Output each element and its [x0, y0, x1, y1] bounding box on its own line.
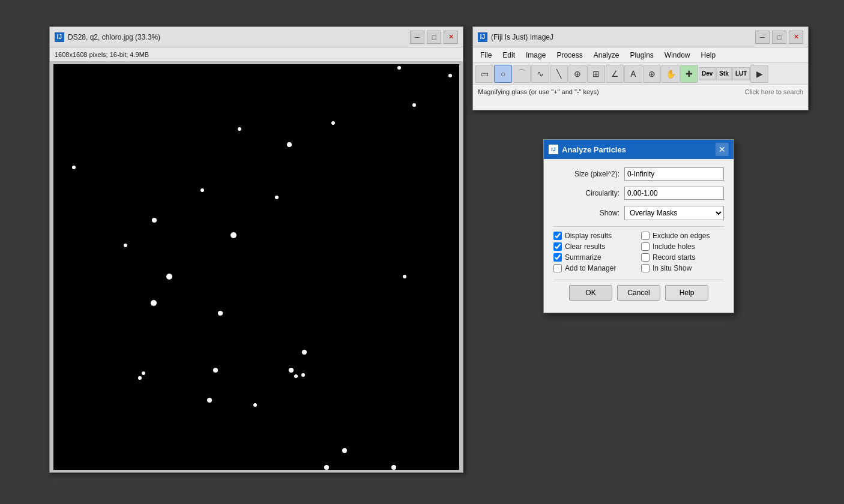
summarize-checkbox[interactable]	[553, 253, 562, 262]
particle-dot	[218, 311, 223, 316]
particle-dot	[253, 403, 257, 407]
particle-dot	[448, 74, 452, 77]
summarize-label: Summarize	[565, 253, 601, 262]
imagej-close-button[interactable]: ✕	[789, 31, 803, 44]
tool-zoom[interactable]: ⊕	[643, 65, 661, 83]
option-exclude-edges: Exclude on edges	[641, 232, 724, 240]
particle-dot	[151, 300, 157, 306]
image-close-button[interactable]: ✕	[444, 31, 458, 44]
particle-dot	[302, 350, 307, 355]
record-starts-checkbox[interactable]	[641, 253, 650, 262]
image-maximize-button[interactable]: □	[427, 31, 441, 44]
imagej-minimize-button[interactable]: ─	[755, 31, 770, 44]
particle-dot	[152, 218, 157, 223]
particle-dot	[72, 166, 76, 169]
option-in-situ-show: In situ Show	[641, 264, 724, 272]
show-field-row: Show: Overlay Masks Outlines Masks Nothi…	[553, 206, 724, 220]
tool-scroll[interactable]: ✋	[662, 65, 680, 83]
size-field-row: Size (pixel^2):	[553, 167, 724, 181]
record-starts-label: Record starts	[653, 253, 695, 262]
in-situ-show-label: In situ Show	[653, 264, 692, 272]
particle-dot	[287, 142, 292, 147]
tool-line[interactable]: ╲	[550, 65, 568, 83]
tool-polygon[interactable]: ⌒	[513, 65, 531, 83]
menu-image[interactable]: Image	[521, 50, 550, 61]
tool-rectangle[interactable]: ▭	[475, 65, 493, 83]
dialog-title: Analyze Particles	[562, 145, 712, 154]
option-add-to-manager: Add to Manager	[553, 264, 636, 272]
show-select[interactable]: Overlay Masks Outlines Masks Nothing	[624, 206, 724, 220]
imagej-toolbar: ▭ ○ ⌒ ∿ ╲ ⊕ ⊞ ∠ A ⊕ ✋ ✚ Dev Stk LUT ▶	[473, 63, 808, 85]
image-canvas[interactable]	[53, 64, 459, 470]
option-summarize: Summarize	[553, 253, 636, 262]
menu-help[interactable]: Help	[696, 50, 721, 61]
menu-file[interactable]: File	[475, 50, 496, 61]
particle-dot	[166, 274, 172, 280]
size-input[interactable]	[624, 167, 724, 181]
image-window-title: DS28, q2, chloro.jpg (33.3%)	[68, 33, 406, 41]
image-minimize-button[interactable]: ─	[410, 31, 424, 44]
particle-dot	[200, 188, 204, 192]
particle-dot	[213, 368, 218, 373]
tool-extra[interactable]: ▶	[750, 65, 768, 83]
particle-dot	[138, 376, 142, 380]
tool-lut[interactable]: LUT	[732, 67, 750, 80]
particle-dot	[142, 371, 145, 375]
image-window: IJ DS28, q2, chloro.jpg (33.3%) ─ □ ✕ 16…	[49, 26, 463, 473]
particle-dot	[397, 66, 401, 70]
particle-dot	[294, 374, 298, 378]
imagej-window-title: (Fiji Is Just) ImageJ	[491, 33, 752, 41]
image-window-controls: ─ □ ✕	[410, 31, 458, 44]
show-label: Show:	[553, 209, 619, 217]
tool-angle[interactable]: ∠	[606, 65, 624, 83]
clear-results-checkbox[interactable]	[553, 242, 562, 251]
particle-dot	[342, 448, 347, 453]
in-situ-show-checkbox[interactable]	[641, 264, 650, 272]
imagej-maximize-button[interactable]: □	[772, 31, 786, 44]
add-to-manager-label: Add to Manager	[565, 264, 616, 272]
imagej-statusbar: Magnifying glass (or use "+" and "-" key…	[473, 85, 808, 99]
circularity-input[interactable]	[624, 187, 724, 200]
menu-plugins[interactable]: Plugins	[625, 50, 658, 61]
particle-dot	[289, 368, 294, 373]
dialog-buttons: OK Cancel Help	[553, 283, 724, 307]
help-button[interactable]: Help	[665, 285, 708, 301]
option-include-holes: Include holes	[641, 242, 724, 251]
particle-dot	[275, 196, 279, 199]
menu-edit[interactable]: Edit	[498, 50, 520, 61]
option-display-results: Display results	[553, 232, 636, 240]
tool-color[interactable]: ✚	[680, 65, 698, 83]
tool-multipoint[interactable]: ⊕	[568, 65, 586, 83]
menu-process[interactable]: Process	[552, 50, 587, 61]
particle-dot	[231, 232, 237, 238]
exclude-edges-label: Exclude on edges	[653, 232, 710, 240]
particle-dot	[301, 373, 305, 377]
ok-button[interactable]: OK	[569, 285, 612, 301]
tool-wand[interactable]: ⊞	[587, 65, 605, 83]
tool-oval[interactable]: ○	[494, 65, 512, 83]
clear-results-label: Clear results	[565, 242, 605, 251]
particle-dot	[238, 127, 241, 131]
add-to-manager-checkbox[interactable]	[553, 264, 562, 272]
imagej-window-icon: IJ	[478, 32, 487, 42]
tool-freehand[interactable]: ∿	[531, 65, 549, 83]
cancel-button[interactable]: Cancel	[617, 285, 660, 301]
tool-dev[interactable]: Dev	[699, 67, 716, 80]
particle-dot	[124, 244, 127, 247]
tool-text[interactable]: A	[624, 65, 642, 83]
imagej-titlebar: IJ (Fiji Is Just) ImageJ ─ □ ✕	[473, 27, 808, 47]
include-holes-label: Include holes	[653, 242, 695, 251]
tool-stk[interactable]: Stk	[716, 67, 732, 80]
option-record-starts: Record starts	[641, 253, 724, 262]
include-holes-checkbox[interactable]	[641, 242, 650, 251]
menu-analyze[interactable]: Analyze	[589, 50, 624, 61]
display-results-checkbox[interactable]	[553, 232, 562, 240]
menu-window[interactable]: Window	[660, 50, 695, 61]
imagej-menubar: File Edit Image Process Analyze Plugins …	[473, 47, 808, 63]
image-info-text: 1608x1608 pixels; 16-bit; 4.9MB	[55, 51, 149, 58]
dialog-titlebar: IJ Analyze Particles ✕	[544, 140, 734, 159]
dialog-close-button[interactable]: ✕	[716, 143, 729, 156]
divider	[553, 226, 724, 227]
search-hint[interactable]: Click here to search	[745, 88, 803, 95]
exclude-edges-checkbox[interactable]	[641, 232, 650, 240]
